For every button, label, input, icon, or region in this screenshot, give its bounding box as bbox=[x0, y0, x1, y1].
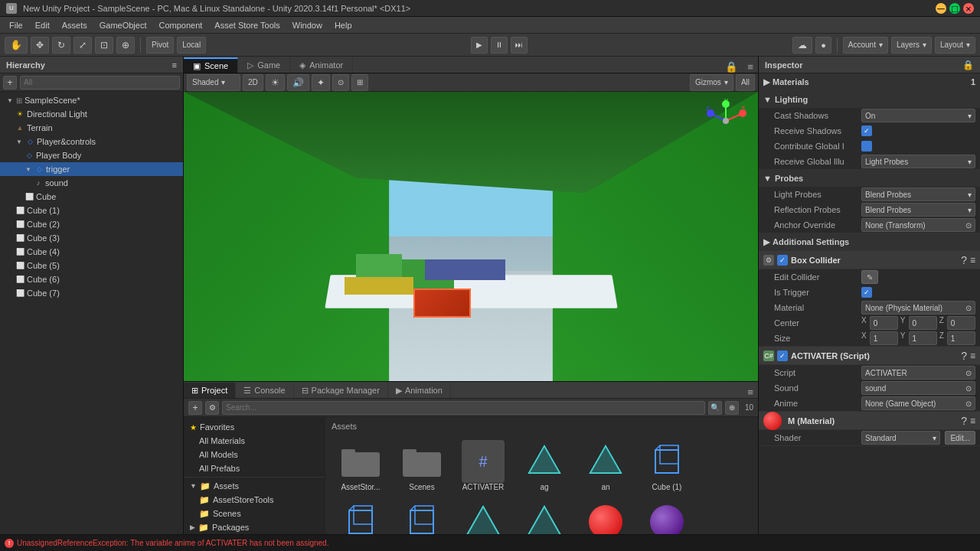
menu-edit[interactable]: Edit bbox=[29, 19, 56, 31]
anime-dropdown[interactable]: None (Game Object) ⊙ bbox=[861, 396, 975, 410]
tab-animation[interactable]: ▶ Animation bbox=[388, 383, 451, 398]
project-search-button[interactable]: 🔍 bbox=[708, 401, 722, 415]
material-header[interactable]: M (Material) ? ≡ bbox=[759, 412, 980, 430]
reflection-probes-dropdown[interactable]: Blend Probes ▾ bbox=[861, 203, 975, 217]
pause-button[interactable]: ⏸ bbox=[491, 37, 508, 54]
sound-dropdown[interactable]: sound ⊙ bbox=[861, 381, 975, 395]
collider-material-dropdown[interactable]: None (Physic Material) ⊙ bbox=[861, 301, 975, 315]
step-button[interactable]: ⏭ bbox=[511, 37, 528, 54]
asset-cube-mesh[interactable]: Cube bbox=[454, 497, 512, 534]
scene-menu-button[interactable]: ≡ bbox=[743, 61, 758, 73]
menu-component[interactable]: Component bbox=[152, 19, 208, 31]
hierarchy-item-trigger[interactable]: ▼ ◇ trigger bbox=[0, 162, 183, 176]
menu-assets[interactable]: Assets bbox=[56, 19, 93, 31]
shader-dropdown[interactable]: Standard ▾ bbox=[861, 431, 940, 445]
script-dropdown[interactable]: ACTIVATER ⊙ bbox=[861, 366, 975, 380]
lighting-header[interactable]: ▼ Lighting bbox=[759, 91, 980, 108]
project-search[interactable] bbox=[222, 401, 705, 415]
materials-header[interactable]: ▶ Materials 1 bbox=[759, 73, 980, 90]
center-x-field[interactable]: 0 bbox=[870, 316, 898, 330]
activater-header[interactable]: C# ✓ ACTIVATER (Script) ? ≡ bbox=[759, 347, 980, 365]
hierarchy-menu-icon[interactable]: ≡ bbox=[172, 60, 177, 70]
asset-cube1[interactable]: Cube (1) bbox=[638, 437, 696, 494]
asset-cube3[interactable]: Cube (3) bbox=[393, 497, 451, 534]
hierarchy-item-samplescene[interactable]: ▼ ⊞ SampleScene* bbox=[0, 93, 183, 107]
tab-project[interactable]: ⊞ Project bbox=[184, 383, 236, 398]
maximize-button[interactable]: □ bbox=[949, 3, 960, 14]
scene-lock-button[interactable]: 🔒 bbox=[720, 61, 743, 73]
2d-toggle[interactable]: 2D bbox=[243, 74, 263, 91]
project-filter-button[interactable]: ⊕ bbox=[725, 401, 739, 415]
hierarchy-item-directionallight[interactable]: ☀ Directional Light bbox=[0, 107, 183, 121]
tab-game[interactable]: ▷ Game bbox=[238, 57, 290, 73]
assets-tree-item[interactable]: ▼ 📁 Assets bbox=[184, 479, 325, 493]
play-button[interactable]: ▶ bbox=[471, 37, 488, 54]
center-z-field[interactable]: 0 bbox=[947, 316, 975, 330]
hierarchy-add-button[interactable]: + bbox=[3, 76, 17, 90]
layers-view-dropdown[interactable]: All bbox=[736, 74, 755, 91]
activater-enabled[interactable]: ✓ bbox=[777, 350, 788, 361]
hierarchy-item-terrain[interactable]: ▲ Terrain bbox=[0, 121, 183, 135]
menu-assetstoretools[interactable]: Asset Store Tools bbox=[208, 19, 286, 31]
hierarchy-item-cube3[interactable]: ⬜ Cube (3) bbox=[0, 231, 183, 245]
layout-dropdown[interactable]: Layout ▾ bbox=[935, 37, 975, 54]
all-prefabs-item[interactable]: All Prefabs bbox=[184, 461, 325, 475]
close-button[interactable]: × bbox=[963, 3, 974, 14]
menu-help[interactable]: Help bbox=[328, 19, 358, 31]
probes-header[interactable]: ▼ Probes bbox=[759, 170, 980, 187]
hierarchy-item-cube1[interactable]: ⬜ Cube (1) bbox=[0, 204, 183, 217]
anchor-override-dropdown[interactable]: None (Transform) ⊙ bbox=[861, 218, 975, 232]
hierarchy-item-cube5[interactable]: ⬜ Cube (5) bbox=[0, 259, 183, 272]
scene-hidden-button[interactable]: ⊙ bbox=[332, 74, 349, 91]
hierarchy-item-cube2[interactable]: ⬜ Cube (2) bbox=[0, 217, 183, 231]
hierarchy-item-cube[interactable]: ⬜ Cube bbox=[0, 190, 183, 204]
shading-dropdown[interactable]: Shaded▾ bbox=[187, 74, 240, 91]
asset-activater[interactable]: # ACTIVATER bbox=[454, 437, 512, 494]
hierarchy-item-cube6[interactable]: ⬜ Cube (6) bbox=[0, 272, 183, 286]
rect-tool[interactable]: ⊡ bbox=[95, 37, 113, 54]
box-collider-menu-icon[interactable]: ≡ bbox=[970, 255, 975, 266]
material-help-icon[interactable]: ? bbox=[961, 415, 967, 427]
asset-an[interactable]: an bbox=[577, 437, 635, 494]
pivot-toggle[interactable]: Pivot bbox=[146, 37, 174, 54]
transform-tool[interactable]: ⊕ bbox=[116, 37, 135, 54]
scene-audio-button[interactable]: 🔊 bbox=[287, 74, 309, 91]
gizmos-dropdown[interactable]: Gizmos▾ bbox=[690, 74, 733, 91]
cast-shadows-dropdown[interactable]: On ▾ bbox=[861, 109, 975, 122]
is-trigger-checkbox[interactable]: ✓ bbox=[861, 287, 872, 298]
project-menu-button[interactable]: ≡ bbox=[743, 386, 758, 398]
hierarchy-item-sound[interactable]: ♪ sound bbox=[0, 176, 183, 190]
edit-shader-button[interactable]: Edit... bbox=[945, 431, 975, 445]
additional-settings-header[interactable]: ▶ Additional Settings bbox=[759, 233, 980, 250]
account-dropdown[interactable]: Account ▾ bbox=[843, 37, 888, 54]
packages-item[interactable]: ▶ 📁 Packages bbox=[184, 520, 325, 534]
asset-cube2[interactable]: Cube (2) bbox=[332, 497, 390, 534]
size-y-field[interactable]: 1 bbox=[909, 331, 937, 345]
all-models-item[interactable]: All Models bbox=[184, 448, 325, 461]
asset-assetstore[interactable]: AssetStor... bbox=[332, 437, 390, 494]
hand-tool[interactable]: ✋ bbox=[5, 37, 28, 54]
layers-dropdown[interactable]: Layers ▾ bbox=[891, 37, 932, 54]
collab-button[interactable]: ● bbox=[815, 37, 831, 54]
tab-animator[interactable]: ◈ Animator bbox=[290, 57, 353, 73]
asset-cv[interactable]: cv bbox=[515, 497, 573, 534]
activater-menu-icon[interactable]: ≡ bbox=[970, 350, 975, 361]
box-collider-header[interactable]: ⚙ ✓ Box Collider ? ≡ bbox=[759, 251, 980, 269]
scene-grid-button[interactable]: ⊞ bbox=[351, 74, 368, 91]
hierarchy-item-playercontrols[interactable]: ▼ ◇ Player&controls bbox=[0, 135, 183, 148]
tab-scene[interactable]: ▣ Scene bbox=[184, 57, 238, 73]
asset-m[interactable]: m bbox=[577, 497, 635, 534]
light-probes-dropdown[interactable]: Blend Probes ▾ bbox=[861, 187, 975, 201]
inspector-lock-button[interactable]: 🔒 bbox=[962, 60, 974, 70]
menu-window[interactable]: Window bbox=[286, 19, 328, 31]
menu-gameobject[interactable]: GameObject bbox=[93, 19, 153, 31]
scene-fx-button[interactable]: ✦ bbox=[312, 74, 330, 91]
cloud-button[interactable]: ☁ bbox=[792, 37, 812, 54]
box-collider-enabled[interactable]: ✓ bbox=[777, 255, 788, 266]
menu-file[interactable]: File bbox=[3, 19, 29, 31]
asset-ag[interactable]: ag bbox=[515, 437, 573, 494]
receive-shadows-checkbox[interactable]: ✓ bbox=[861, 126, 872, 136]
move-tool[interactable]: ✥ bbox=[31, 37, 49, 54]
asset-mh[interactable]: mh bbox=[638, 497, 696, 534]
scenes-folder-item[interactable]: 📁 Scenes bbox=[184, 507, 325, 520]
